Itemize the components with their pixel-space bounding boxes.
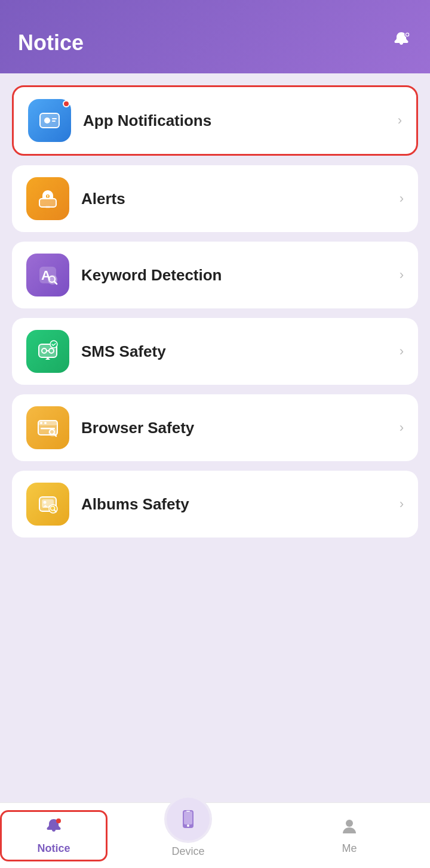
- nav-item-me[interactable]: Me: [269, 811, 430, 861]
- device-bubble: [164, 795, 212, 843]
- chevron-right-icon: ›: [400, 191, 404, 206]
- chevron-right-icon: ›: [400, 344, 404, 359]
- chevron-right-icon: ›: [400, 496, 404, 512]
- app-notifications-label: App Notifications: [83, 112, 386, 130]
- svg-point-1: [406, 33, 408, 36]
- browser-safety-label: Browser Safety: [81, 419, 388, 437]
- chevron-right-icon: ›: [398, 113, 402, 128]
- browser-safety-icon: [26, 406, 69, 449]
- svg-rect-5: [52, 118, 57, 119]
- albums-safety-label: Albums Safety: [81, 495, 388, 514]
- page-title: Notice: [18, 30, 84, 55]
- svg-point-42: [187, 824, 189, 827]
- alerts-icon: [26, 177, 69, 220]
- svg-point-39: [56, 818, 61, 823]
- menu-item-alerts[interactable]: Alerts ›: [12, 165, 418, 232]
- nav-item-notice[interactable]: Notice: [0, 810, 108, 861]
- svg-point-35: [44, 501, 47, 504]
- menu-item-browser-safety[interactable]: Browser Safety ›: [12, 394, 418, 461]
- bell-settings-icon[interactable]: [391, 30, 412, 55]
- keyword-detection-icon: A: [26, 254, 69, 296]
- svg-point-11: [47, 197, 48, 199]
- alerts-label: Alerts: [81, 190, 388, 208]
- menu-item-albums-safety[interactable]: Albums Safety ›: [12, 471, 418, 538]
- notice-nav-label: Notice: [37, 842, 70, 855]
- menu-item-app-notifications[interactable]: App Notifications ›: [12, 85, 418, 156]
- svg-point-27: [44, 422, 47, 424]
- menu-item-keyword-detection[interactable]: A Keyword Detection ›: [12, 242, 418, 308]
- svg-point-4: [44, 118, 50, 123]
- chevron-right-icon: ›: [400, 267, 404, 283]
- app-notifications-icon: [28, 99, 71, 142]
- notice-nav-icon: [44, 817, 63, 840]
- svg-point-22: [50, 341, 57, 348]
- me-nav-label: Me: [342, 842, 357, 855]
- albums-safety-icon: [26, 483, 69, 526]
- sms-safety-icon: [26, 330, 69, 373]
- svg-rect-7: [39, 199, 56, 207]
- svg-rect-41: [184, 811, 192, 824]
- sms-safety-label: SMS Safety: [81, 342, 388, 361]
- keyword-detection-label: Keyword Detection: [81, 266, 388, 285]
- menu-list: App Notifications › Alerts › A: [0, 73, 430, 615]
- svg-rect-6: [52, 121, 56, 122]
- svg-point-44: [346, 820, 353, 827]
- menu-item-sms-safety[interactable]: SMS Safety ›: [12, 318, 418, 385]
- svg-rect-10: [47, 195, 48, 197]
- svg-rect-43: [186, 811, 190, 812]
- notification-dot: [63, 100, 70, 107]
- bottom-navigation: Notice Device Me: [0, 802, 430, 868]
- nav-item-device[interactable]: Device: [108, 807, 269, 864]
- header: Notice: [0, 0, 430, 73]
- me-nav-icon: [340, 817, 359, 840]
- svg-point-26: [40, 422, 42, 424]
- chevron-right-icon: ›: [400, 420, 404, 435]
- device-nav-label: Device: [171, 845, 204, 858]
